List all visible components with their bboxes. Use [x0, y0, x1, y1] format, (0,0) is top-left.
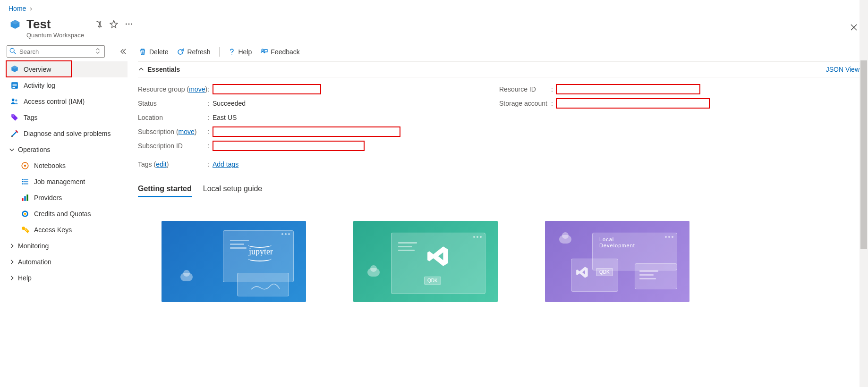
storage-account-label: Storage account — [499, 100, 551, 107]
qdk-badge: QDK — [596, 268, 613, 276]
sidebar-item-label: Providers — [34, 194, 62, 202]
toolbar-label: Feedback — [271, 48, 299, 56]
subscription-label: Subscription (move) — [138, 128, 208, 135]
jupyter-logo: jupyter — [249, 247, 273, 257]
svg-point-25 — [24, 213, 26, 215]
storage-account-value-redacted — [556, 98, 710, 109]
sidebar-item-tags[interactable]: Tags — [7, 109, 128, 126]
page-title: Test — [26, 17, 84, 32]
providers-icon — [21, 194, 29, 202]
getting-started-cards: jupyter QDK Local Developm — [138, 221, 860, 302]
svg-point-8 — [12, 99, 15, 101]
svg-point-9 — [15, 100, 17, 102]
resource-group-label: Resource group (move) — [138, 85, 208, 93]
sidebar-group-operations[interactable]: Operations — [7, 142, 128, 158]
card-local-development[interactable]: Local Development QDK — [545, 221, 689, 302]
svg-rect-5 — [13, 84, 17, 85]
toolbar: Delete Refresh Help Feedback — [138, 45, 860, 61]
diagnose-icon — [10, 129, 19, 138]
subscription-id-label: Subscription ID — [138, 142, 208, 150]
sidebar-item-label: Access control (IAM) — [24, 98, 85, 105]
svg-rect-7 — [13, 87, 16, 88]
json-view-link[interactable]: JSON View — [826, 66, 859, 73]
svg-rect-19 — [24, 183, 28, 184]
sidebar-item-label: Diagnose and solve problems — [24, 130, 111, 137]
trash-icon — [139, 48, 146, 56]
sidebar-item-label: Credits and Quotas — [34, 210, 91, 218]
vscode-icon — [576, 266, 589, 279]
tab-getting-started[interactable]: Getting started — [138, 182, 192, 197]
page-subtitle: Quantum Workspace — [26, 32, 84, 39]
chevron-down-icon — [9, 146, 15, 153]
chevron-right-icon — [9, 275, 15, 281]
svg-point-27 — [262, 49, 264, 51]
sidebar-item-access-keys[interactable]: Access Keys — [7, 222, 128, 238]
toolbar-divider — [219, 47, 220, 57]
search-input[interactable] — [7, 45, 105, 58]
sidebar-group-label: Operations — [18, 146, 50, 153]
quantum-workspace-icon — [9, 19, 22, 32]
tags-edit-link[interactable]: edit — [156, 160, 167, 168]
card-jupyter[interactable]: jupyter — [162, 221, 306, 302]
pin-icon[interactable] — [94, 20, 103, 28]
scrollbar-thumb[interactable] — [860, 60, 867, 249]
card-vscode-qdk[interactable]: QDK — [353, 221, 498, 302]
sidebar-item-overview[interactable]: Overview — [7, 61, 128, 77]
cloud-icon — [559, 235, 571, 244]
activity-log-icon — [10, 81, 19, 90]
sidebar-item-diagnose[interactable]: Diagnose and solve problems — [7, 126, 128, 142]
svg-point-13 — [24, 165, 26, 167]
local-dev-label-2: Development — [599, 243, 635, 248]
delete-button[interactable]: Delete — [139, 48, 168, 56]
essentials-header[interactable]: Essentials JSON View — [138, 61, 860, 77]
collapse-icon[interactable] — [119, 48, 127, 55]
subscription-move-link[interactable]: move — [179, 128, 195, 135]
notebooks-icon — [21, 161, 29, 170]
cloud-icon — [180, 273, 193, 281]
resource-group-value-redacted — [213, 84, 321, 94]
chevron-right-icon: › — [30, 5, 32, 12]
svg-point-11 — [11, 135, 13, 137]
sidebar-group-monitoring[interactable]: Monitoring — [7, 238, 128, 254]
sidebar-item-credits-quotas[interactable]: Credits and Quotas — [7, 206, 128, 222]
close-icon[interactable] — [850, 24, 858, 31]
cube-icon — [10, 65, 19, 74]
sidebar-group-help[interactable]: Help — [7, 270, 128, 286]
main-content: Delete Refresh Help Feedback Essentials … — [132, 43, 868, 387]
sidebar-item-providers[interactable]: Providers — [7, 190, 128, 206]
svg-rect-21 — [24, 196, 26, 201]
svg-rect-15 — [24, 179, 28, 180]
refresh-button[interactable]: Refresh — [177, 48, 210, 56]
sidebar-item-activity-log[interactable]: Activity log — [7, 77, 128, 93]
sort-icon[interactable] — [94, 48, 101, 54]
sidebar-item-access-control[interactable]: Access control (IAM) — [7, 93, 128, 109]
refresh-icon — [177, 48, 184, 56]
svg-point-1 — [128, 24, 129, 25]
sidebar-item-notebooks[interactable]: Notebooks — [7, 158, 128, 174]
add-tags-link[interactable]: Add tags — [213, 160, 238, 168]
sidebar-item-job-management[interactable]: Job management — [7, 174, 128, 190]
scrollbar[interactable] — [859, 0, 868, 387]
location-value: East US — [213, 114, 237, 121]
svg-point-3 — [10, 48, 14, 52]
key-icon — [21, 226, 29, 234]
vscode-icon — [426, 244, 450, 268]
more-icon[interactable] — [125, 20, 133, 28]
sidebar-group-label: Automation — [18, 258, 51, 266]
sidebar-item-label: Tags — [24, 114, 38, 121]
help-button[interactable]: Help — [228, 48, 252, 56]
feedback-button[interactable]: Feedback — [260, 48, 299, 56]
resource-group-move-link[interactable]: move — [189, 85, 205, 93]
subscription-value-redacted — [213, 126, 400, 137]
svg-point-0 — [126, 24, 127, 25]
sidebar-group-automation[interactable]: Automation — [7, 254, 128, 270]
svg-rect-22 — [26, 194, 28, 201]
essentials-body: Resource group (move) : Status : Succeed… — [138, 77, 860, 159]
breadcrumb-home[interactable]: Home — [9, 5, 26, 12]
page-header: Test Quantum Workspace — [0, 15, 868, 43]
chevron-up-icon — [138, 66, 145, 73]
svg-rect-6 — [13, 85, 17, 86]
star-icon[interactable] — [110, 20, 118, 28]
tab-local-setup[interactable]: Local setup guide — [203, 182, 262, 197]
svg-point-10 — [13, 116, 14, 117]
